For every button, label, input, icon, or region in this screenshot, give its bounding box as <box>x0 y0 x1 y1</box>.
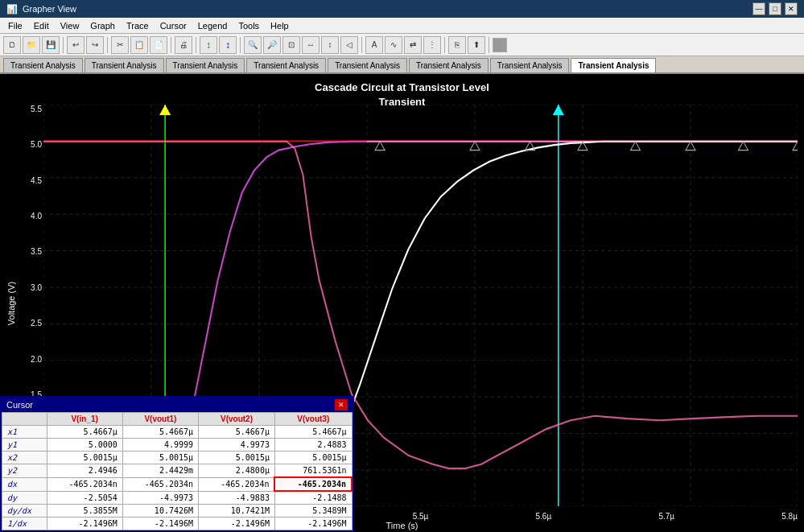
cursor-close-button[interactable]: ✕ <box>335 399 348 410</box>
cursor-dialog-header: Cursor ✕ <box>2 398 353 412</box>
tb-arrows[interactable]: ⇄ <box>404 36 422 54</box>
tab-0[interactable]: Transient Analysis <box>3 58 83 72</box>
cursor-table: V(in_1) V(vout1) V(vout2) V(vout3) x1 5.… <box>2 412 353 530</box>
svg-marker-26 <box>375 142 385 151</box>
cell-x1-vout1: 5.4667µ <box>122 426 198 439</box>
tb-copy[interactable]: 📋 <box>130 36 148 54</box>
tb-text[interactable]: A <box>365 36 383 54</box>
cursor-dialog-title: Cursor <box>6 400 33 410</box>
tb-zoom-y[interactable]: ↕ <box>321 36 339 54</box>
cell-x2-vout2: 5.0015µ <box>199 452 275 464</box>
tb-paste[interactable]: 📄 <box>150 36 167 54</box>
y-label-50: 5.0 <box>31 140 42 149</box>
menu-legend[interactable]: Legend <box>193 19 233 32</box>
cell-dy-vout2: -4.9883 <box>199 491 275 505</box>
svg-marker-30 <box>630 142 640 151</box>
svg-marker-22 <box>159 105 171 115</box>
tab-1[interactable]: Transient Analysis <box>85 58 164 72</box>
x-label-56: 5.6µ <box>536 512 552 521</box>
tb-copy2[interactable]: ⎘ <box>448 36 466 54</box>
menu-help[interactable]: Help <box>266 19 294 32</box>
tb-zoom-prev[interactable]: ◁ <box>340 36 358 54</box>
tb-new[interactable]: 🗋 <box>3 36 21 54</box>
tb-wave[interactable]: ∿ <box>385 36 402 54</box>
y-label-20: 2.0 <box>31 355 42 364</box>
tb-zoom-x[interactable]: ↔ <box>302 36 320 54</box>
cell-dydx-vout1: 10.7426M <box>122 505 198 518</box>
cell-y2-vin1: 2.4946 <box>47 464 122 478</box>
row-label-y2: y2 <box>2 464 47 478</box>
menu-trace[interactable]: Trace <box>122 19 154 32</box>
maximize-button[interactable]: □ <box>769 2 781 15</box>
cell-x2-vin1: 5.0015µ <box>47 452 122 464</box>
cell-y1-vout2: 4.9973 <box>199 439 275 452</box>
cell-dydx-vin1: 5.3855M <box>47 505 122 518</box>
menu-edit[interactable]: Edit <box>29 19 54 32</box>
menu-view[interactable]: View <box>56 19 85 32</box>
tb-zoom-in[interactable]: 🔍 <box>244 36 262 54</box>
cell-1dx-vout3: -2.1496M <box>274 518 352 530</box>
tb-export[interactable]: ⬆ <box>468 36 485 54</box>
cell-y2-vout2: 2.4800µ <box>199 464 275 478</box>
cell-dydx-vout3: 5.3489M <box>274 505 352 518</box>
cell-dx-vout1: -465.2034n <box>122 477 198 491</box>
cell-x1-vout2: 5.4667µ <box>199 426 275 439</box>
table-row: y1 5.0000 4.9999 4.9973 2.4883 <box>2 439 353 452</box>
tab-7[interactable]: Transient Analysis <box>571 58 656 72</box>
menu-file[interactable]: File <box>3 19 27 32</box>
table-row: x2 5.0015µ 5.0015µ 5.0015µ 5.0015µ <box>2 452 353 464</box>
cursor-dialog: Cursor ✕ V(in_1) V(vout1) V(vout2) V(vou… <box>0 396 354 532</box>
tab-6[interactable]: Transient Analysis <box>490 58 570 72</box>
tb-cursor2[interactable]: ↕ <box>219 36 237 54</box>
tb-redo[interactable]: ↪ <box>86 36 104 54</box>
tb-zoom-out[interactable]: 🔎 <box>263 36 281 54</box>
cell-y1-vout3: 2.4883 <box>274 439 352 452</box>
tb-cut[interactable]: ✂ <box>111 36 129 54</box>
svg-marker-33 <box>793 142 798 151</box>
tb-undo[interactable]: ↩ <box>67 36 85 54</box>
cell-y2-vout1: 2.4429m <box>122 464 198 478</box>
y-label-25: 2.5 <box>31 319 42 328</box>
tab-5[interactable]: Transient Analysis <box>409 58 489 72</box>
table-row: dy -2.5054 -4.9973 -4.9883 -2.1488 <box>2 491 353 505</box>
tab-3[interactable]: Transient Analysis <box>246 58 326 72</box>
tb-zoom-fit[interactable]: ⊡ <box>282 36 300 54</box>
tb-print[interactable]: 🖨 <box>175 36 192 54</box>
col-header-vout1: V(vout1) <box>122 413 198 426</box>
cell-dy-vin1: -2.5054 <box>47 491 122 505</box>
tb-open[interactable]: 📁 <box>23 36 40 54</box>
tb-save[interactable]: 💾 <box>42 36 60 54</box>
cell-dy-vout3: -2.1488 <box>274 491 352 505</box>
graph-container: Cascade Circuit at Transistor Level Tran… <box>0 74 804 532</box>
svg-marker-24 <box>553 105 564 115</box>
menu-tools[interactable]: Tools <box>233 19 264 32</box>
row-label-1dx: 1/dx <box>2 518 47 530</box>
row-label-y1: y1 <box>2 439 47 452</box>
tabs-bar: Transient Analysis Transient Analysis Tr… <box>0 56 804 74</box>
y-label-30: 3.0 <box>31 283 42 292</box>
cell-y1-vout1: 4.9999 <box>122 439 198 452</box>
y-axis-title: Voltage (V) <box>6 281 16 324</box>
tb-stop[interactable] <box>493 38 507 52</box>
menu-cursor[interactable]: Cursor <box>155 19 192 32</box>
minimize-button[interactable]: — <box>752 2 765 15</box>
x-label-57: 5.7µ <box>658 512 674 521</box>
x-axis-title: Time (s) <box>386 521 418 530</box>
col-header-vout2: V(vout2) <box>199 413 275 426</box>
cell-dx-vout3-highlighted: -465.2034n <box>274 477 352 491</box>
tb-cursor1[interactable]: ↕ <box>200 36 217 54</box>
tab-4[interactable]: Transient Analysis <box>328 58 407 72</box>
tab-2[interactable]: Transient Analysis <box>166 58 245 72</box>
menu-graph[interactable]: Graph <box>85 19 120 32</box>
y-label-45: 4.5 <box>31 176 42 185</box>
cell-x1-vout3: 5.4667µ <box>274 426 352 439</box>
cell-y1-vin1: 5.0000 <box>47 439 122 452</box>
row-label-dx: dx <box>2 477 47 491</box>
row-label-dy: dy <box>2 491 47 505</box>
row-label-x1: x1 <box>2 426 47 439</box>
close-button[interactable]: ✕ <box>785 2 798 15</box>
cell-dydx-vout2: 10.7421M <box>199 505 275 518</box>
tb-markers[interactable]: ⋮ <box>423 36 441 54</box>
col-header-vout3: V(vout3) <box>274 413 352 426</box>
col-header-vin1: V(in_1) <box>47 413 122 426</box>
